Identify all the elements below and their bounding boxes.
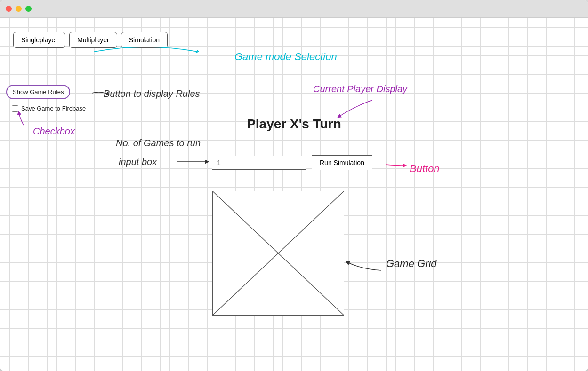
current-player-annotation: Current Player Display [313,84,407,95]
save-game-checkbox[interactable] [12,105,18,112]
minimize-dot[interactable] [16,6,22,12]
player-turn-display: Player X's Turn [188,117,400,132]
save-game-area: Save Game to Firebase [12,105,86,112]
run-simulation-button[interactable]: Run Simulation [312,155,372,170]
game-grid-annotation: Game Grid [386,258,437,270]
checkbox-annotation: Checkbox [33,126,75,137]
multiplayer-button[interactable]: Multiplayer [69,32,117,48]
gamemode-buttons-group: Singleplayer Multiplayer Simulation [13,32,168,48]
num-games-annotation: No. of Games to run [116,138,201,149]
titlebar [0,0,588,18]
app-window: Singleplayer Multiplayer Simulation Game… [0,0,588,371]
input-box-annotation: input box [119,157,157,167]
maximize-dot[interactable] [25,6,32,12]
gamemode-annotation: Game mode Selection [234,51,337,63]
simulation-button[interactable]: Simulation [121,32,168,48]
save-game-label: Save Game to Firebase [21,105,86,112]
show-rules-button[interactable]: Show Game Rules [6,85,70,99]
close-dot[interactable] [6,6,12,12]
simulation-controls: Run Simulation [212,155,372,170]
game-grid-svg [213,191,344,315]
button-annotation: Button [410,163,440,175]
main-content: Singleplayer Multiplayer Simulation Game… [0,18,588,371]
singleplayer-button[interactable]: Singleplayer [13,32,65,48]
game-grid-box [212,191,344,316]
button-desc-annotation: Button to display Rules [104,88,200,99]
num-games-input[interactable] [212,156,306,170]
